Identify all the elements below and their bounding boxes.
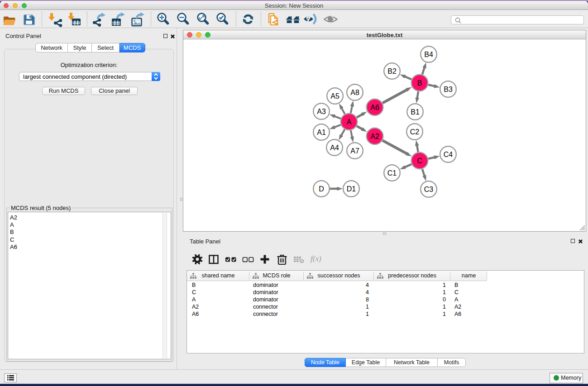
svg-text:B2: B2 [387, 67, 397, 75]
svg-text:B4: B4 [424, 51, 433, 58]
svg-text:C3: C3 [424, 186, 434, 193]
svg-text:A5: A5 [330, 92, 339, 100]
svg-text:C2: C2 [410, 128, 420, 136]
svg-text:D: D [319, 185, 324, 193]
svg-text:C4: C4 [444, 151, 453, 158]
svg-text:B1: B1 [411, 108, 420, 116]
svg-text:A3: A3 [317, 108, 326, 115]
svg-text:C1: C1 [387, 169, 397, 177]
svg-text:A8: A8 [350, 89, 359, 96]
svg-text:A1: A1 [317, 129, 326, 136]
svg-text:C: C [417, 157, 422, 165]
svg-text:B: B [417, 79, 422, 87]
svg-text:A7: A7 [350, 147, 359, 155]
svg-text:B3: B3 [444, 86, 453, 93]
svg-text:A6: A6 [370, 104, 379, 111]
svg-text:A2: A2 [370, 133, 379, 140]
svg-text:A: A [347, 118, 352, 126]
svg-text:D1: D1 [347, 185, 356, 193]
svg-text:A4: A4 [330, 144, 339, 152]
